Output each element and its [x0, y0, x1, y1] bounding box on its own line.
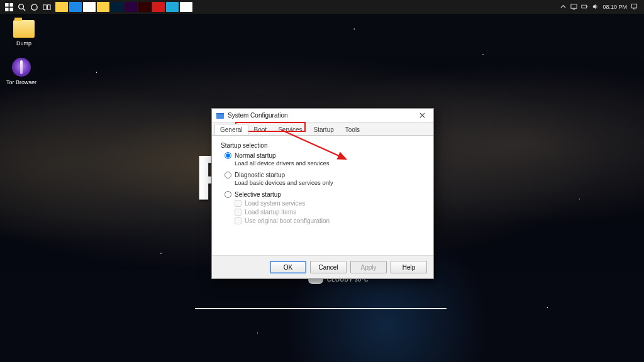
- titlebar[interactable]: System Configuration: [212, 109, 433, 123]
- checkbox-input: [235, 200, 242, 207]
- svg-rect-13: [631, 4, 636, 8]
- tab-panel-general: Startup selection Normal startup Load al…: [212, 136, 433, 255]
- radio-input[interactable]: [225, 152, 231, 159]
- taskbar: 08:10 PM: [0, 0, 644, 14]
- tray-monitor-icon[interactable]: [570, 3, 577, 11]
- svg-rect-3: [9, 8, 13, 11]
- taskbar-app-edge[interactable]: [69, 2, 82, 12]
- svg-rect-11: [582, 5, 587, 8]
- taskbar-app-photoshop[interactable]: [111, 2, 123, 12]
- taskbar-app-chrome[interactable]: [83, 2, 96, 12]
- desktop-icon-tor[interactable]: Tor Browser: [3, 58, 40, 85]
- taskbar-app-opera[interactable]: [152, 2, 165, 12]
- radio-selective-startup[interactable]: Selective startup: [225, 191, 425, 198]
- radio-input[interactable]: [225, 172, 231, 178]
- cortana-icon[interactable]: [28, 0, 40, 14]
- system-configuration-dialog: System Configuration GeneralBootServices…: [211, 108, 434, 279]
- checkbox-input: [235, 209, 242, 216]
- taskbar-app-file-explorer[interactable]: [55, 2, 68, 12]
- taskbar-app-premiere[interactable]: [125, 2, 137, 12]
- wallpaper-horizon-line: [195, 308, 447, 309]
- search-icon[interactable]: [15, 0, 28, 14]
- svg-rect-0: [5, 3, 9, 7]
- svg-point-4: [18, 4, 23, 9]
- close-button[interactable]: [413, 110, 431, 121]
- desktop-icon-label: Dump: [5, 40, 43, 47]
- notifications-icon[interactable]: [631, 3, 638, 11]
- tray-volume-icon[interactable]: [592, 3, 599, 11]
- tab-general[interactable]: General: [214, 124, 248, 135]
- system-tray: 08:10 PM: [560, 3, 641, 11]
- radio-subtext: Load basic devices and services only: [235, 179, 425, 186]
- checkbox-label: Load startup items: [245, 209, 296, 216]
- folder-icon: [13, 20, 35, 38]
- checkbox-input: [235, 217, 242, 224]
- tab-strip: GeneralBootServicesStartupTools: [212, 123, 433, 136]
- svg-rect-7: [43, 4, 46, 9]
- radio-diagnostic-startup[interactable]: Diagnostic startup: [225, 172, 425, 178]
- radio-input[interactable]: [225, 191, 231, 198]
- tor-icon: [12, 58, 31, 77]
- clock[interactable]: 08:10 PM: [602, 4, 627, 10]
- tab-boot[interactable]: Boot: [248, 124, 273, 135]
- svg-rect-12: [587, 6, 588, 7]
- tray-chevron-icon[interactable]: [560, 3, 567, 11]
- desktop-icon-label: Tor Browser: [3, 79, 40, 85]
- taskbar-app-adobe-uc[interactable]: [138, 2, 151, 12]
- window-title: System Configuration: [228, 112, 413, 119]
- desktop-icon-dump[interactable]: Dump: [5, 20, 43, 47]
- button-bar: OK Cancel Apply Help: [212, 255, 433, 278]
- window-icon: [216, 111, 225, 120]
- checkbox-load-startup-items: Load startup items: [235, 209, 425, 216]
- help-button[interactable]: Help: [391, 261, 427, 273]
- checkbox-use-original-boot: Use original boot configuration: [235, 217, 425, 224]
- radio-label: Selective startup: [235, 191, 281, 198]
- task-view-icon[interactable]: [40, 0, 53, 14]
- tab-services[interactable]: Services: [272, 124, 308, 135]
- radio-label: Diagnostic startup: [235, 172, 285, 178]
- tab-tools[interactable]: Tools: [340, 124, 365, 135]
- svg-rect-8: [47, 4, 50, 9]
- taskbar-app-app-doc[interactable]: [180, 2, 192, 12]
- checkbox-label: Load system services: [245, 200, 305, 207]
- apply-button[interactable]: Apply: [350, 261, 387, 273]
- radio-label: Normal startup: [235, 152, 276, 159]
- group-label-startup-selection: Startup selection: [221, 142, 425, 149]
- tray-battery-icon[interactable]: [581, 3, 588, 11]
- taskbar-app-app-5[interactable]: [166, 2, 179, 12]
- svg-rect-1: [9, 3, 13, 7]
- taskbar-apps: [55, 2, 192, 12]
- ok-button[interactable]: OK: [270, 261, 306, 273]
- svg-rect-9: [571, 4, 577, 8]
- radio-normal-startup[interactable]: Normal startup: [225, 152, 425, 159]
- radio-subtext: Load all device drivers and services: [235, 160, 425, 167]
- start-button[interactable]: [3, 0, 15, 14]
- svg-line-5: [23, 8, 25, 11]
- svg-rect-2: [5, 8, 9, 11]
- svg-point-6: [31, 4, 36, 9]
- tab-startup[interactable]: Startup: [308, 124, 340, 135]
- svg-rect-15: [216, 113, 224, 114]
- cancel-button[interactable]: Cancel: [310, 261, 347, 273]
- taskbar-app-explorer-2[interactable]: [97, 2, 109, 12]
- checkbox-label: Use original boot configuration: [245, 217, 330, 224]
- checkbox-load-system-services: Load system services: [235, 200, 425, 207]
